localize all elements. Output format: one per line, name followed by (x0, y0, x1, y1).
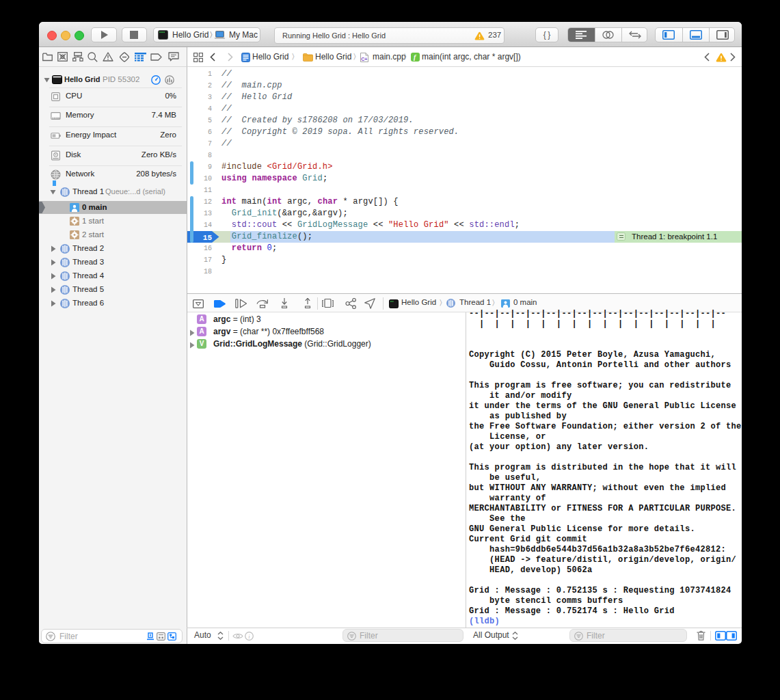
svg-text:i: i (248, 633, 250, 640)
svg-text:C+: C+ (361, 57, 367, 62)
